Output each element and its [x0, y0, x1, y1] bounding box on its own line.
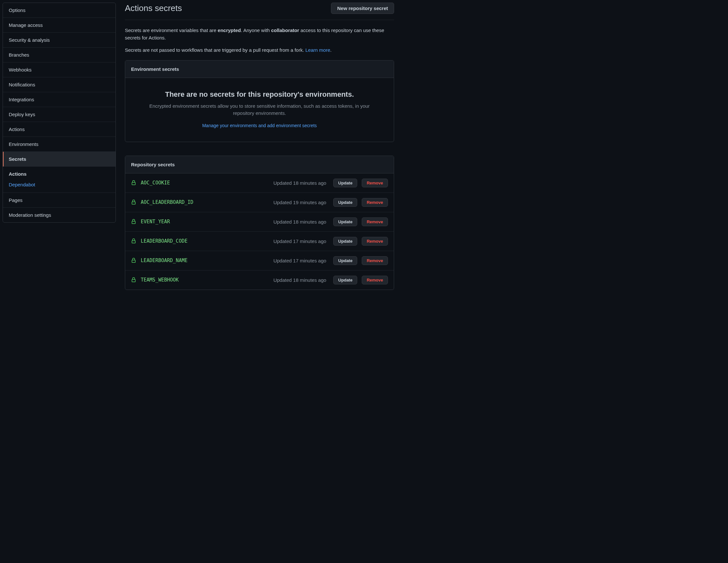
remove-secret-button[interactable]: Remove: [362, 276, 388, 284]
main-content: Actions secrets New repository secret Se…: [116, 3, 394, 560]
sidebar-item-notifications[interactable]: Notifications: [3, 77, 116, 92]
description-encrypted: Secrets are environment variables that a…: [125, 27, 394, 42]
lock-icon: [131, 238, 136, 244]
lock-icon: [131, 219, 136, 224]
sidebar-item-moderation-settings[interactable]: Moderation settings: [3, 208, 116, 222]
secret-row: EVENT_YEARUpdated 18 minutes agoUpdateRe…: [125, 212, 394, 232]
update-secret-button[interactable]: Update: [333, 256, 357, 265]
secret-updated: Updated 19 minutes ago: [273, 200, 326, 205]
environment-secrets-empty: There are no secrets for this repository…: [125, 78, 394, 142]
repository-secrets-panel: Repository secrets AOC_COOKIEUpdated 18 …: [125, 156, 394, 290]
update-secret-button[interactable]: Update: [333, 198, 357, 207]
sidebar-item-options[interactable]: Options: [3, 3, 116, 18]
sidebar-item-manage-access[interactable]: Manage access: [3, 18, 116, 33]
page-title: Actions secrets: [125, 3, 182, 13]
sidebar-item-deploy-keys[interactable]: Deploy keys: [3, 107, 116, 122]
remove-secret-button[interactable]: Remove: [362, 179, 388, 187]
page-header: Actions secrets New repository secret: [125, 3, 394, 20]
secret-updated: Updated 18 minutes ago: [273, 277, 326, 283]
secret-name[interactable]: AOC_LEADERBOARD_ID: [141, 199, 193, 205]
sidebar-item-branches[interactable]: Branches: [3, 48, 116, 62]
sidebar-item-environments[interactable]: Environments: [3, 137, 116, 152]
manage-environments-link[interactable]: Manage your environments and add environ…: [202, 123, 317, 128]
secret-row: LEADERBOARD_CODEUpdated 17 minutes agoUp…: [125, 232, 394, 251]
secret-row: AOC_COOKIEUpdated 18 minutes agoUpdateRe…: [125, 173, 394, 193]
remove-secret-button[interactable]: Remove: [362, 256, 388, 265]
secret-updated: Updated 17 minutes ago: [273, 238, 326, 244]
sidebar-item-actions[interactable]: Actions: [3, 122, 116, 137]
sidebar-item-integrations[interactable]: Integrations: [3, 92, 116, 107]
sidebar-item-webhooks[interactable]: Webhooks: [3, 62, 116, 77]
lock-icon: [131, 200, 136, 205]
lock-icon: [131, 277, 136, 282]
repository-secrets-list: AOC_COOKIEUpdated 18 minutes agoUpdateRe…: [125, 173, 394, 290]
env-empty-desc: Encrypted environment secrets allow you …: [138, 103, 381, 117]
update-secret-button[interactable]: Update: [333, 217, 357, 226]
secret-row: AOC_LEADERBOARD_IDUpdated 19 minutes ago…: [125, 193, 394, 212]
lock-icon: [131, 180, 136, 185]
secret-name[interactable]: LEADERBOARD_NAME: [141, 258, 188, 263]
secret-name[interactable]: EVENT_YEAR: [141, 219, 170, 225]
learn-more-link[interactable]: Learn more: [305, 47, 330, 53]
secret-updated: Updated 18 minutes ago: [273, 180, 326, 186]
secret-name[interactable]: AOC_COOKIE: [141, 180, 170, 186]
update-secret-button[interactable]: Update: [333, 179, 357, 187]
secret-name[interactable]: TEAMS_WEBHOOK: [141, 277, 179, 283]
env-empty-title: There are no secrets for this repository…: [138, 90, 381, 99]
secret-name[interactable]: LEADERBOARD_CODE: [141, 238, 188, 244]
sidebar-item-security-analysis[interactable]: Security & analysis: [3, 33, 116, 48]
description-fork: Secrets are not passed to workflows that…: [125, 46, 394, 54]
update-secret-button[interactable]: Update: [333, 276, 357, 284]
remove-secret-button[interactable]: Remove: [362, 237, 388, 246]
remove-secret-button[interactable]: Remove: [362, 217, 388, 226]
secret-updated: Updated 17 minutes ago: [273, 258, 326, 263]
sidebar-subheader-actions[interactable]: Actions: [9, 171, 110, 177]
environment-secrets-panel: Environment secrets There are no secrets…: [125, 60, 394, 142]
new-repository-secret-button[interactable]: New repository secret: [331, 3, 394, 14]
sidebar-secrets-subgroup: Actions Dependabot: [3, 167, 116, 193]
secret-row: TEAMS_WEBHOOKUpdated 18 minutes agoUpdat…: [125, 270, 394, 290]
remove-secret-button[interactable]: Remove: [362, 198, 388, 207]
sidebar-sublink-dependabot[interactable]: Dependabot: [9, 180, 110, 189]
settings-sidebar: Options Manage access Security & analysi…: [3, 3, 116, 223]
lock-icon: [131, 258, 136, 263]
repository-secrets-header: Repository secrets: [125, 156, 394, 173]
environment-secrets-header: Environment secrets: [125, 61, 394, 78]
secret-row: LEADERBOARD_NAMEUpdated 17 minutes agoUp…: [125, 251, 394, 270]
sidebar-item-pages[interactable]: Pages: [3, 193, 116, 208]
update-secret-button[interactable]: Update: [333, 237, 357, 246]
sidebar-item-secrets[interactable]: Secrets: [3, 152, 116, 167]
secret-updated: Updated 18 minutes ago: [273, 219, 326, 225]
